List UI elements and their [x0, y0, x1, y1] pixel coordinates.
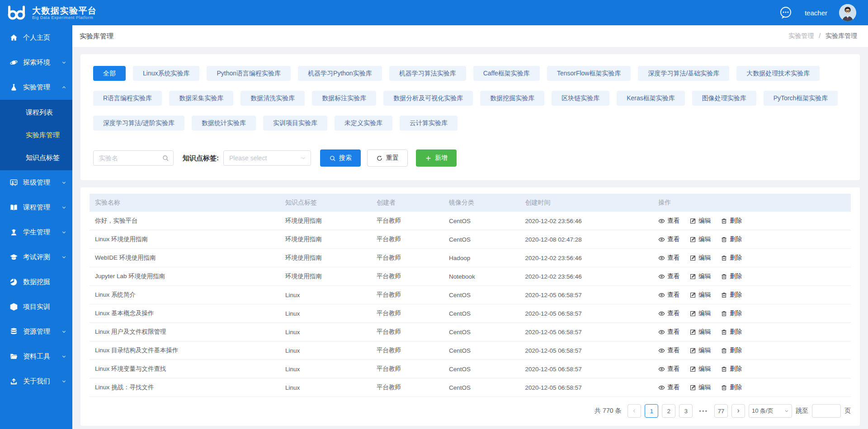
sidebar-item[interactable]: 实验管理 — [0, 75, 72, 100]
planet-icon — [9, 58, 18, 67]
edit-action[interactable]: 编辑 — [689, 272, 711, 280]
page-number-button[interactable]: 1 — [645, 404, 658, 418]
edit-action[interactable]: 编辑 — [689, 309, 711, 317]
view-action[interactable]: 查看 — [658, 328, 679, 336]
edit-action[interactable]: 编辑 — [689, 291, 711, 299]
exam-icon — [9, 253, 18, 261]
prev-page-button[interactable] — [627, 404, 641, 418]
jump-to-label: 跳至 — [796, 407, 808, 415]
category-tag[interactable]: R语言编程实验库 — [93, 91, 162, 106]
cell-experiment-name: Linux 环境变量与文件查找 — [90, 360, 280, 378]
category-tag[interactable]: Linux系统实验库 — [133, 66, 199, 81]
sidebar-subitem[interactable]: 知识点标签 — [0, 146, 72, 169]
sidebar-item[interactable]: 个人主页 — [0, 25, 72, 50]
chevron-down-icon — [61, 329, 66, 334]
page-title: 实验库管理 — [80, 32, 113, 41]
category-tag[interactable]: 数据采集实验库 — [169, 91, 233, 106]
page-number-button[interactable]: 3 — [679, 404, 693, 418]
view-action[interactable]: 查看 — [658, 217, 679, 225]
category-tag[interactable]: 数据统计实验库 — [192, 116, 256, 131]
chevron-down-icon — [301, 155, 306, 161]
add-button[interactable]: 新增 — [416, 149, 457, 167]
page-number-button[interactable]: 2 — [662, 404, 675, 418]
sidebar-item-label: 探索环境 — [23, 58, 50, 67]
search-button[interactable]: 搜索 — [320, 149, 361, 167]
category-tag[interactable]: 数据清洗实验库 — [241, 91, 305, 106]
category-tag[interactable]: 数据分析及可视化实验库 — [383, 91, 473, 106]
sidebar-item[interactable]: 考试评测 — [0, 245, 72, 270]
sidebar-item[interactable]: 课程管理 — [0, 195, 72, 220]
breadcrumb-parent[interactable]: 实验管理 — [788, 32, 814, 39]
category-tag[interactable]: TensorFlow框架实验库 — [547, 66, 631, 81]
view-action[interactable]: 查看 — [658, 346, 679, 354]
category-tag[interactable]: PyTorch框架实验库 — [764, 91, 838, 106]
category-tag[interactable]: 深度学习算法/进阶实验库 — [93, 116, 184, 131]
cell-image-type: CentOS — [443, 286, 519, 304]
edit-action[interactable]: 编辑 — [689, 328, 711, 336]
view-action[interactable]: 查看 — [658, 254, 679, 262]
sidebar-item[interactable]: 项目实训 — [0, 294, 72, 319]
sidebar-subitem[interactable]: 课程列表 — [0, 101, 72, 124]
delete-action[interactable]: 删除 — [721, 365, 742, 373]
edit-action[interactable]: 编辑 — [689, 365, 711, 373]
cell-creator: 平台教师 — [371, 267, 443, 286]
edit-action[interactable]: 编辑 — [689, 254, 711, 262]
category-tag[interactable]: Keras框架实验库 — [617, 91, 685, 106]
category-tag[interactable]: 区块链实验库 — [552, 91, 609, 106]
sidebar-subitem[interactable]: 实验库管理 — [0, 124, 72, 146]
delete-action[interactable]: 删除 — [721, 328, 742, 336]
knowledge-tag-select[interactable]: Please select — [223, 150, 311, 166]
delete-action[interactable]: 删除 — [721, 217, 742, 225]
sidebar-item-label: 学生管理 — [23, 228, 50, 237]
view-action[interactable]: 查看 — [658, 309, 679, 317]
edit-action[interactable]: 编辑 — [689, 346, 711, 354]
username[interactable]: teacher — [805, 9, 827, 17]
reset-button[interactable]: 重置 — [367, 149, 408, 167]
sidebar-item[interactable]: 资料工具 — [0, 344, 72, 369]
category-tag[interactable]: 全部 — [93, 66, 126, 81]
view-action[interactable]: 查看 — [658, 383, 679, 392]
category-tag[interactable]: 图像处理实验库 — [692, 91, 756, 106]
category-tag[interactable]: 深度学习算法/基础实验库 — [638, 66, 729, 81]
category-tag[interactable]: 未定义实验库 — [335, 116, 392, 131]
delete-action[interactable]: 删除 — [721, 235, 742, 243]
jump-page-input[interactable] — [812, 404, 841, 418]
delete-action[interactable]: 删除 — [721, 309, 742, 317]
sidebar-item[interactable]: 班级管理 — [0, 170, 72, 195]
sidebar-item[interactable]: 关于我们 — [0, 369, 72, 394]
sidebar-item[interactable]: 数据挖掘 — [0, 270, 72, 294]
category-tag[interactable]: 数据挖掘实验库 — [480, 91, 544, 106]
category-tag[interactable]: 数据标注实验库 — [312, 91, 376, 106]
delete-action[interactable]: 删除 — [721, 272, 742, 280]
delete-action[interactable]: 删除 — [721, 346, 742, 354]
view-action[interactable]: 查看 — [658, 365, 679, 373]
category-tag[interactable]: 实训项目实验库 — [263, 116, 327, 131]
category-tag[interactable]: Caffe框架实验库 — [473, 66, 540, 81]
sidebar-item[interactable]: 学生管理 — [0, 220, 72, 245]
category-tag[interactable]: 大数据处理技术实验库 — [736, 66, 820, 81]
category-tag[interactable]: Python语言编程实验库 — [207, 66, 291, 81]
sidebar-item[interactable]: 探索环境 — [0, 50, 72, 75]
next-page-button[interactable] — [731, 404, 745, 418]
pie-icon — [9, 278, 18, 286]
sidebar-item[interactable]: 资源管理 — [0, 319, 72, 344]
edit-icon — [689, 292, 696, 298]
page-number-button[interactable]: 77 — [714, 404, 728, 418]
delete-action[interactable]: 删除 — [721, 383, 742, 392]
page-size-select[interactable]: 10 条/页 — [749, 404, 792, 418]
user-avatar[interactable] — [839, 4, 856, 21]
edit-action[interactable]: 编辑 — [689, 217, 711, 225]
cell-actions: 查看编辑删除 — [653, 341, 851, 360]
view-action[interactable]: 查看 — [658, 235, 679, 243]
category-tags: 全部Linux系统实验库Python语言编程实验库机器学习Python实验库机器… — [93, 66, 847, 131]
edit-action[interactable]: 编辑 — [689, 383, 711, 392]
category-tag[interactable]: 机器学习Python实验库 — [298, 66, 382, 81]
messages-icon[interactable] — [778, 5, 793, 20]
delete-action[interactable]: 删除 — [721, 291, 742, 299]
category-tag[interactable]: 机器学习算法实验库 — [389, 66, 466, 81]
delete-action[interactable]: 删除 — [721, 254, 742, 262]
view-action[interactable]: 查看 — [658, 272, 679, 280]
view-action[interactable]: 查看 — [658, 291, 679, 299]
category-tag[interactable]: 云计算实验库 — [400, 116, 458, 131]
edit-action[interactable]: 编辑 — [689, 235, 711, 243]
